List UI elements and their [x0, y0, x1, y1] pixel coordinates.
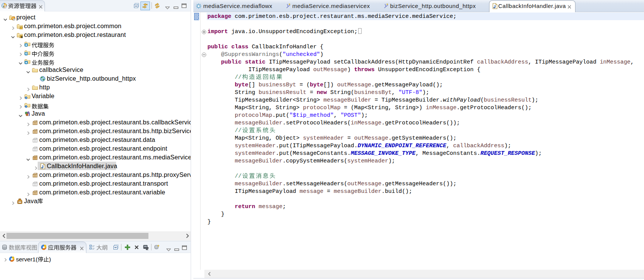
- svg-text:B: B: [21, 36, 23, 38]
- svg-text:J: J: [28, 113, 30, 117]
